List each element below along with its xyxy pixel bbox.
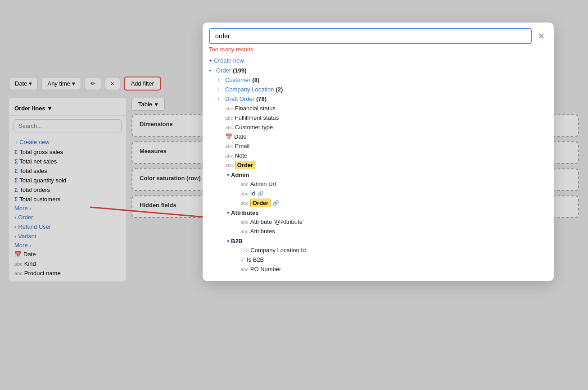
- calendar-icon: 📅: [225, 133, 232, 140]
- abc-icon: abc: [240, 229, 249, 234]
- company-location-count: (2): [276, 86, 283, 93]
- id-label: Id: [250, 190, 255, 197]
- tree-customer-type[interactable]: abc Customer type: [209, 122, 547, 132]
- tree-company-location[interactable]: › Company Location (2): [209, 85, 547, 94]
- abc-icon: abc: [240, 191, 249, 196]
- collapse-icon: ▾: [227, 239, 229, 244]
- expand-icon: ›: [218, 96, 223, 101]
- tree-financial-status[interactable]: abc Financial status: [209, 104, 547, 113]
- tree-company-location-id[interactable]: 123 Company Location Id: [209, 245, 547, 255]
- b2b-section-header[interactable]: ▾ B2B: [209, 236, 547, 245]
- num-icon: 123: [240, 248, 249, 253]
- note-label: Note: [235, 152, 247, 159]
- customer-count: (8): [252, 77, 259, 83]
- admin-order-highlighted-label: Order: [250, 200, 271, 206]
- order-group-count: (199): [233, 67, 246, 74]
- company-location-label: Company Location: [225, 86, 274, 93]
- customer-type-label: Customer type: [235, 124, 273, 131]
- attributes-section-header[interactable]: ▾ Attributes: [209, 208, 547, 217]
- attributes-label: Attributes: [250, 228, 275, 235]
- expand-icon: ›: [218, 87, 223, 92]
- abc-icon: abc: [225, 106, 233, 111]
- is-b2b-label: Is B2B: [247, 256, 264, 263]
- abc-icon: abc: [225, 163, 233, 168]
- tree-admin-order-highlighted[interactable]: abc Order 🔗: [209, 198, 547, 208]
- email-label: Email: [235, 143, 250, 150]
- draft-order-label: Draft Order: [225, 95, 254, 102]
- abc-icon: abc: [240, 181, 249, 187]
- abc-icon: abc: [225, 153, 233, 159]
- admin-label: Admin: [231, 172, 249, 178]
- collapse-icon: ▾: [227, 210, 229, 215]
- attribute-label: Attribute '@Attribute': [250, 218, 304, 225]
- too-many-results: Too many results: [203, 44, 554, 53]
- search-modal: ✕ Too many results + Create new ▾ Order …: [203, 23, 554, 281]
- collapse-icon: ▾: [209, 68, 214, 73]
- attributes-label: Attributes: [231, 209, 258, 216]
- order-group-label: Order: [216, 67, 231, 74]
- tree-attributes[interactable]: abc Attributes: [209, 227, 547, 236]
- abc-icon: abc: [240, 200, 249, 206]
- check-icon: ✓: [240, 257, 245, 263]
- collapse-icon: ▾: [227, 172, 229, 177]
- customer-label: Customer: [225, 77, 250, 83]
- tree-email[interactable]: abc Email: [209, 141, 547, 151]
- expand-icon: ›: [218, 77, 223, 82]
- modal-search-input[interactable]: [209, 28, 532, 44]
- tree-attribute[interactable]: abc Attribute '@Attribute': [209, 217, 547, 227]
- modal-create-new[interactable]: + Create new: [209, 54, 547, 66]
- modal-clear-button[interactable]: ✕: [535, 30, 547, 42]
- link-icon: 🔗: [257, 190, 264, 197]
- tree-date[interactable]: 📅 Date: [209, 132, 547, 141]
- tree-note[interactable]: abc Note: [209, 151, 547, 160]
- abc-icon: abc: [225, 125, 233, 130]
- abc-icon: abc: [240, 219, 249, 225]
- tree-fulfillment-status[interactable]: abc Fulfillment status: [209, 113, 547, 122]
- tree-customer[interactable]: › Customer (8): [209, 75, 547, 85]
- abc-icon: abc: [225, 144, 233, 149]
- tree-order-group[interactable]: ▾ Order (199): [209, 66, 547, 75]
- abc-icon: abc: [240, 267, 249, 272]
- admin-section-header[interactable]: ▾ Admin: [209, 170, 547, 179]
- order-highlighted-label: Order: [235, 162, 255, 168]
- tree-is-b2b[interactable]: ✓ Is B2B: [209, 255, 547, 264]
- date-label: Date: [234, 133, 246, 140]
- company-location-id-label: Company Location Id: [250, 247, 306, 254]
- abc-icon: abc: [225, 115, 233, 121]
- admin-url-label: Admin Url: [250, 181, 276, 187]
- po-number-label: PO Number: [250, 266, 281, 272]
- tree-order-highlighted[interactable]: abc Order: [209, 160, 547, 170]
- draft-order-count: (78): [256, 95, 267, 102]
- tree-id[interactable]: abc Id 🔗: [209, 189, 547, 198]
- financial-status-label: Financial status: [235, 105, 276, 112]
- link-icon: 🔗: [272, 200, 279, 206]
- tree-admin-url[interactable]: abc Admin Url: [209, 179, 547, 189]
- b2b-label: B2B: [231, 238, 243, 245]
- tree-draft-order[interactable]: › Draft Order (78): [209, 94, 547, 104]
- fulfillment-status-label: Fulfillment status: [235, 114, 279, 121]
- tree-po-number[interactable]: abc PO Number: [209, 264, 547, 274]
